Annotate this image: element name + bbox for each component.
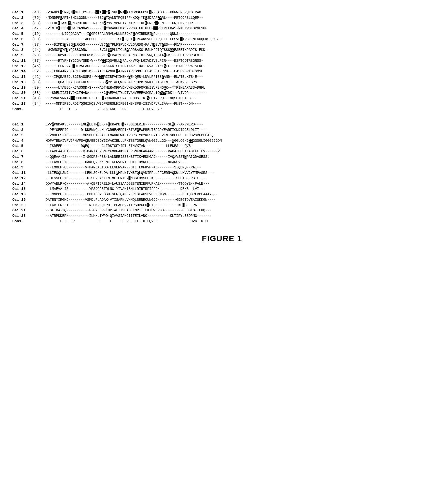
row-num-osi7-b2 — [32, 154, 46, 160]
row-seq-osi9-b2: ---EMQLP-EE--------V-HAREAEIDS-LLVERVARF… — [46, 165, 201, 170]
row-num-osi8-b1: (44) — [32, 47, 46, 53]
row-osi5-b1: Osi 5 (19)--------NIDQDAGAT---IYGRGERALR… — [12, 31, 432, 37]
row-num-osi3-b2 — [32, 133, 46, 138]
row-num-osi12-b2 — [32, 176, 46, 181]
row-num-osi16-b2 — [32, 186, 46, 192]
row-label-osi5-b1: Osi 5 — [12, 31, 32, 37]
row-seq-osi20-b1: ---SDELIISTIVDKCFHANA-----MHCLAEPVLTYLDT… — [46, 90, 207, 95]
row-osi9-b1: Osi 9 (29)------KMVK------DCGERSM----VLC… — [12, 53, 432, 58]
row-label-osi8-b1: Osi 8 — [12, 47, 32, 53]
row-seq-osi8-b1: -WKDMSMVYRIYQCSSGDNW------SVCLNVPLLTGLEW… — [46, 47, 209, 52]
row-osi11-b1: Osi 11(37)------RTVRHIYGCGAYSED-V--FWCCI… — [12, 58, 432, 64]
row-num-osi6-b1: (30) — [32, 37, 46, 42]
row-num-osi7-b1: (37) — [32, 42, 46, 48]
cons-seq-b1: LL I C V CLK KAL LDRL I L DGV LVR — [46, 107, 162, 112]
row-osi3-b2: Osi 3 --VNQLES-IS-------MGSDEET-FAL-LMAN… — [12, 133, 432, 138]
row-osi16-b1: Osi 16(42)----IPQRAESDLSGIBASSPS--WMCLRI… — [12, 74, 432, 80]
row-label-osi20-b2: Osi 20 — [12, 203, 32, 208]
row-seq-osi2-b1: -NDNDPFLARTNSMCLGGDL-----SECFTQALNTFQEIF… — [46, 15, 203, 20]
row-osi23-b1: Osi 23(34)-----MKKIRSDLRDIYQSGIHQSLWSGFR… — [12, 101, 432, 107]
row-label-osi6-b2: Osi 6 — [12, 149, 32, 154]
row-num-osi12-b1: (46) — [32, 64, 46, 69]
row-label-osi19-b2: Osi 19 — [12, 197, 32, 203]
row-label-osi1-b2: Osi 1 — [12, 122, 32, 127]
row-num-osi1-b1: (49) — [32, 10, 46, 15]
figure-title: FIGURE 1 — [12, 234, 432, 243]
row-seq-osi16-b2: --LMAEVA-IS----------YPSDQPSTRLNG-YIVAKI… — [46, 186, 205, 191]
row-label-osi4-b1: Osi 4 — [12, 26, 32, 31]
row-label-osi7-b2: Osi 7 — [12, 154, 32, 160]
row-osi4-b2: Osi 4 MDFVTENAIVPVGPMVFSVQRAEBDSDYIIVAKI… — [12, 138, 432, 144]
row-num-osi14-b1: (32) — [32, 69, 46, 74]
row-osi11-b2: Osi 11 -LLIESQLSND--------LEHLSGKSLDA-LL… — [12, 170, 432, 176]
row-label-osi7-b1: Osi 7 — [12, 42, 32, 48]
row-label-osi3-b2: Osi 3 — [12, 133, 32, 138]
row-num-osi2-b2 — [32, 127, 46, 133]
row-label-osi1-b1: Osi 1 — [12, 10, 32, 15]
row-label-osi3-b1: Osi 3 — [12, 21, 32, 26]
row-label-osi21-b1: Osi 21 — [12, 96, 32, 101]
row-seq-osi14-b2: QDVYAELP-QN---------A-QERTGRELD-LAUSSAAD… — [46, 181, 209, 186]
row-num-osi14-b2 — [32, 181, 46, 187]
row-num-osi23-b1: (34) — [32, 101, 46, 107]
row-osi1-b2: Osi 1 EVVVPNDAKSL------EGESELTMILK-FLKRA… — [12, 122, 432, 127]
row-num-osi4-b1: (47) — [32, 26, 46, 31]
row-num-osi4-b2 — [32, 138, 46, 144]
row-label-osi9-b1: Osi 9 — [12, 53, 32, 58]
cons-label-b2: Cons. — [12, 219, 46, 224]
row-num-osi20-b1: (38) — [32, 90, 46, 96]
row-seq-osi20-b2: --LGRILN--T----------N-EMRLQLPQT-PFAGSVV… — [46, 203, 207, 208]
row-label-osi16-b2: Osi 16 — [12, 186, 32, 192]
row-seq-osi14-b1: ---TLGRAARYLGACLESDD-M---ATCLAVNGLTAINRA… — [46, 69, 203, 74]
row-seq-osi9-b1: ------KMVK------DCGERSM----VLCMERALYHYFD… — [46, 53, 203, 58]
row-label-osi19-b1: Osi 19 — [12, 85, 32, 91]
row-osi6-b1: Osi 6 (30)----------AF-------ACCLESDS---… — [12, 37, 432, 42]
row-seq-osi7-b1: ----DIMDSTYSDILRKDS-------VSCVHYPLFSFVDK… — [46, 42, 205, 47]
row-osi20-b2: Osi 20 --LGRILN--T----------N-EMRLQLPQT-… — [12, 203, 432, 208]
row-seq-osi12-b2: --UESSLP-IS---------G-SDRDAKITN-MLIERISY… — [46, 176, 207, 181]
row-num-osi19-b1: (30) — [32, 85, 46, 91]
row-label-osi2-b2: Osi 2 — [12, 127, 32, 133]
row-osi20-b1: Osi 20(38)---SDELIISTIVDKCFHANA-----MHCL… — [12, 90, 432, 96]
row-osi8-b1: Osi 8 (44)-WKDMSMVYRIYQCSSGDNW------SVCL… — [12, 47, 432, 53]
row-num-osi20-b2 — [32, 203, 46, 208]
row-num-osi6-b2 — [32, 149, 46, 154]
row-osi7-b2: Osi 7 --QQEAA-IS--------I-SGDRS-FES-LALN… — [12, 154, 432, 160]
row-seq-osi11-b1: ------RTVRHIYGCGAYSED-V--FWCCIQGVRLLGRAL… — [46, 58, 203, 63]
row-cons-b1: Cons. LL I C V CLK KAL LDRL I L DGV LVR — [12, 107, 432, 112]
row-osi5-b2: Osi 5 --ISDEEP---------DQEQ------GLIDSIS… — [12, 143, 432, 149]
row-num-osi16-b1: (42) — [32, 74, 46, 80]
row-osi18-b2: Osi 18 ---MNPBE-IL---------PDHIDSYLGSH-S… — [12, 192, 432, 197]
row-osi12-b1: Osi 12(46)-----TLLR-VYDEOTRAEAGF---VPCIK… — [12, 64, 432, 69]
row-label-osi6-b1: Osi 6 — [12, 37, 32, 42]
row-seq-osi8-b2: --IEAVLP-IS--------DAKEQVENN-MIIKERVGNIE… — [46, 160, 186, 165]
alignment-container: Osi 1 (49)-VQADPFISRNQKCMFETRS-L--VSTIEY… — [12, 10, 432, 243]
row-seq-osi16-b1: ----IPQRAESDLSGIBASSPS--WMCLRIIBFVKIMEKH… — [46, 74, 203, 79]
row-osi6-b2: Osi 6 --LAVEAA-PT-------V-BARTAEMGN-YFMD… — [12, 149, 432, 154]
cons-label-b1: Cons. — [12, 107, 46, 112]
row-label-osi23-b1: Osi 23 — [12, 101, 32, 107]
row-seq-osi4-b1: -VENTDLIIDKLSWKCANNAS------CLYGVANGLMASY… — [46, 26, 207, 31]
row-label-osi20-b1: Osi 20 — [12, 90, 32, 96]
row-label-osi9-b2: Osi 9 — [12, 165, 32, 170]
row-num-osi21-b2 — [32, 208, 46, 213]
row-osi8-b2: Osi 8 --IEAVLP-IS--------DAKEQVENN-MIIKE… — [12, 160, 432, 165]
row-seq-osi5-b1: --------NIDQDAGAT---IYGRGERALRNVLANLNRSD… — [46, 31, 201, 36]
row-seq-osi12-b1: -----TLLR-VYDEOTRAEAGF---VPCIKKKAISFIDRI… — [46, 64, 205, 69]
row-label-osi23-b2: Osi 23 — [12, 213, 32, 219]
row-label-osi5-b2: Osi 5 — [12, 143, 32, 149]
row-num-osi11-b1: (37) — [32, 58, 46, 64]
block-divider — [12, 119, 432, 120]
row-seq-osi23-b2: --ATRPDDERK----------ILKHLTWPD-QIAVSIAKC… — [46, 213, 211, 218]
row-osi7-b1: Osi 7 (37)----DIMDSTYSDILRKDS-------VSCV… — [12, 42, 432, 48]
row-osi12-b2: Osi 12 --UESSLP-IS---------G-SDRDAKITN-M… — [12, 176, 432, 181]
row-num-osi18-b2 — [32, 192, 46, 197]
row-label-osi14-b2: Osi 14 — [12, 181, 32, 187]
row-cons-b2: Cons. L L R D L LL RL FL THTLQV L DVG R … — [12, 219, 432, 224]
row-num-osi5-b1: (19) — [32, 31, 46, 37]
row-seq-osi18-b1: ------QHALDMYHGCLKDLS-----VSCVRPIALQWFNS… — [46, 80, 203, 85]
alignment-block-2: Osi 1 EVVVPNDAKSL------EGESELTMILK-FLKRA… — [12, 122, 432, 224]
row-label-osi4-b2: Osi 4 — [12, 138, 32, 144]
row-label-osi12-b2: Osi 12 — [12, 176, 32, 181]
row-osi3-b1: Osi 3 (38)--IEDFLIAKEKQNGROEDD---RACKMVP… — [12, 21, 432, 26]
